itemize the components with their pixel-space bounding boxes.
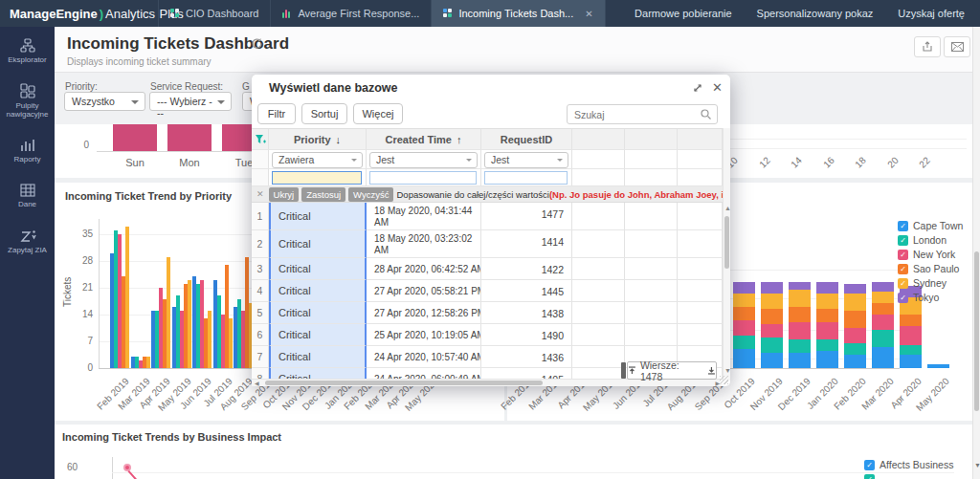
bar-segment[interactable] <box>872 315 894 330</box>
bar-segment[interactable] <box>900 355 922 368</box>
bar-segment[interactable] <box>927 364 949 368</box>
legend-checkbox[interactable]: ✓ <box>898 278 908 289</box>
filter-value-input-2[interactable] <box>484 171 568 185</box>
bar-segment[interactable] <box>733 336 755 349</box>
bar-segment[interactable] <box>844 343 866 355</box>
created-time-cell[interactable]: 18 May 2020, 04:31:44AM <box>367 203 481 230</box>
bar-segment[interactable] <box>872 330 894 347</box>
legend-checkbox[interactable]: ✓ <box>864 460 875 470</box>
apply-button[interactable]: Zastosuj <box>301 187 345 202</box>
bar-segment[interactable] <box>816 351 838 368</box>
request-id-cell[interactable]: 1477 <box>481 203 572 230</box>
column-header-priority[interactable]: Priority↓ <box>269 129 367 150</box>
operator-select-2[interactable]: Jest <box>484 152 568 168</box>
legend-item-tokyo[interactable]: ✓Tokyo <box>898 292 939 303</box>
sort-button[interactable]: Sortuj <box>301 103 347 124</box>
legend-checkbox[interactable]: ✓ <box>898 235 908 246</box>
tab-cio-dashboard[interactable]: CIO Dashboard <box>158 0 270 27</box>
bar-segment[interactable] <box>208 311 212 368</box>
scrollbar-thumb[interactable] <box>265 381 543 385</box>
brand-logo[interactable]: ManageEngine)Analytics Plus <box>0 0 158 27</box>
created-time-cell[interactable]: 27 Apr 2020, 12:58:26 PM <box>367 302 481 324</box>
legend-checkbox[interactable]: ✓ <box>898 221 908 231</box>
bar-segment[interactable] <box>761 324 783 337</box>
expand-icon[interactable] <box>692 80 703 98</box>
sidebar-item-pulpity[interactable]: Pulpity nawigacyjne <box>0 77 55 119</box>
bar-segment[interactable] <box>761 294 783 309</box>
bar-segment[interactable] <box>761 282 783 294</box>
operator-select-1[interactable]: Jest <box>369 152 478 168</box>
legend-item-london[interactable]: ✓London <box>898 234 947 246</box>
bar-segment[interactable] <box>900 315 922 326</box>
bar-segment[interactable] <box>816 339 838 351</box>
bar-segment[interactable] <box>789 339 811 353</box>
bar-segment[interactable] <box>844 328 866 343</box>
scroll-left-arrow[interactable]: ◀ <box>255 380 259 386</box>
created-time-cell[interactable]: 18 May 2020, 03:23:02AM <box>367 230 481 258</box>
request-id-cell[interactable]: 1490 <box>481 324 572 346</box>
sort-asc-icon[interactable]: ↑ <box>457 134 462 145</box>
scroll-to-bottom-icon[interactable] <box>707 366 716 375</box>
link-spersonalizowany-pokaz[interactable]: Spersonalizowany pokaz <box>757 8 874 19</box>
bar-segment[interactable] <box>816 282 838 294</box>
created-time-cell[interactable]: 24 Apr 2020, 10:57:40 AM <box>367 346 481 368</box>
service-request-filter-dropdown[interactable]: --- Wybierz --- <box>149 92 232 111</box>
line-point-marker[interactable] <box>123 464 131 471</box>
operator-select-0[interactable]: Zawiera <box>272 152 363 168</box>
tab-average-first-response[interactable]: Average First Response... <box>270 0 431 27</box>
add-filter-funnel-icon[interactable] <box>255 134 266 145</box>
priority-cell[interactable]: Critical <box>269 302 367 324</box>
legend-item-cape-town[interactable]: ✓Cape Town <box>898 220 963 231</box>
bar-segment[interactable] <box>761 353 783 368</box>
bar-segment[interactable] <box>789 322 811 339</box>
priority-cell[interactable]: Critical <box>269 258 367 280</box>
bar-segment[interactable] <box>733 307 755 320</box>
bar-segment[interactable] <box>733 282 755 294</box>
created-time-cell[interactable]: 25 Apr 2020, 10:19:05 AM <box>367 324 481 346</box>
sidebar-item-eksplorator[interactable]: Eksplorator <box>0 33 55 64</box>
bar-segment[interactable] <box>733 294 755 307</box>
bar-segment[interactable] <box>733 320 755 336</box>
sidebar-item-zapytaj-zia[interactable]: Zapytaj ZIA <box>0 224 55 254</box>
more-button[interactable]: Więcej <box>353 103 403 124</box>
link-darmowe-pobieranie[interactable]: Darmowe pobieranie <box>635 8 732 19</box>
bar-segment[interactable] <box>844 284 866 294</box>
scrollbar-thumb[interactable] <box>974 251 979 411</box>
scrollbar-thumb[interactable] <box>724 216 729 269</box>
bar-segment[interactable] <box>761 309 783 324</box>
priority-cell[interactable]: Critical <box>269 280 367 302</box>
bar-segment[interactable] <box>844 355 866 368</box>
created-time-cell[interactable]: 28 Apr 2020, 06:42:52 AM <box>367 258 481 280</box>
request-id-cell[interactable]: 1438 <box>481 302 572 324</box>
scroll-to-top-icon[interactable] <box>628 366 636 375</box>
hint-close-icon[interactable]: ✕ <box>252 189 269 199</box>
scroll-up-arrow[interactable]: ▲ <box>724 205 731 211</box>
resize-grip[interactable] <box>720 376 728 384</box>
link-uzyskaj-oferte[interactable]: Uzyskaj ofertę <box>898 8 965 19</box>
bar-segment[interactable] <box>789 307 811 322</box>
bar-segment[interactable] <box>789 290 811 307</box>
sidebar-item-dane[interactable]: Dane <box>0 178 55 208</box>
email-button[interactable] <box>944 36 970 57</box>
export-button[interactable] <box>914 36 941 57</box>
legend-item-clipped[interactable]: ✓ <box>864 474 875 479</box>
legend-item-sao-paulo[interactable]: ✓Sao Paulo <box>898 263 959 274</box>
sort-desc-icon[interactable]: ↓ <box>336 134 342 145</box>
bar-segment[interactable] <box>900 345 922 355</box>
request-id-cell[interactable]: 1436 <box>481 346 572 368</box>
request-id-cell[interactable]: 1422 <box>481 258 572 280</box>
filter-button[interactable]: Filtr <box>257 103 296 124</box>
bar-segment[interactable] <box>789 282 811 290</box>
bar-segment[interactable] <box>844 311 866 328</box>
priority-filter-dropdown[interactable]: Wszystko <box>64 92 145 111</box>
bar-segment[interactable] <box>167 257 170 368</box>
scroll-down-arrow[interactable]: ▼ <box>974 462 980 468</box>
hide-button[interactable]: Ukryj <box>269 187 300 202</box>
bar-segment[interactable] <box>816 322 838 339</box>
column-header-created-time[interactable]: Created Time↑ <box>367 129 481 150</box>
bar-mon[interactable] <box>167 124 212 151</box>
priority-cell[interactable]: Critical <box>269 346 367 368</box>
bar-segment[interactable] <box>816 294 838 309</box>
legend-item-affects-business[interactable]: ✓Affects Business <box>864 459 953 470</box>
bar-segment[interactable] <box>733 349 755 368</box>
